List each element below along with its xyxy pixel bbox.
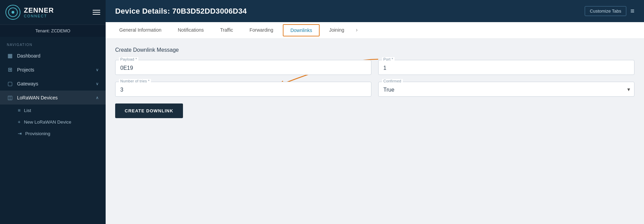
- sidebar-item-new-lorawan[interactable]: + New LoRaWAN Device: [0, 116, 106, 128]
- port-input[interactable]: [383, 64, 629, 71]
- hamburger-icon[interactable]: [93, 10, 100, 15]
- sidebar-item-label: LoRaWAN Devices: [17, 95, 58, 100]
- payload-field-wrapper: Payload *: [115, 60, 371, 75]
- tab-joining[interactable]: Joining: [321, 22, 352, 38]
- section-title: Create Downlink Message: [115, 47, 634, 53]
- sidebar-sub-label: New LoRaWAN Device: [24, 119, 71, 125]
- tries-field-wrapper: Number of tries *: [115, 82, 371, 97]
- page-title: Device Details: 70B3D52DD3006D34: [115, 7, 247, 16]
- projects-icon: ⊞: [7, 66, 13, 73]
- logo: [5, 5, 20, 20]
- tab-general[interactable]: General Information: [111, 22, 170, 38]
- customize-tabs-button[interactable]: Customize Tabs: [585, 6, 626, 16]
- tab-forwarding[interactable]: Forwarding: [241, 22, 281, 38]
- port-field-wrapper: Port *: [378, 60, 634, 75]
- logo-text: ZENNER CONNECT: [24, 6, 54, 18]
- chevron-down-icon: ∨: [96, 67, 99, 72]
- sidebar-header: ZENNER CONNECT: [0, 0, 106, 25]
- port-label: Port *: [382, 57, 395, 61]
- tries-label: Number of tries *: [119, 79, 151, 83]
- payload-label: Payload *: [119, 57, 138, 61]
- gateways-icon: ▢: [7, 80, 13, 87]
- sidebar-item-dashboard[interactable]: ▦ Dashboard: [0, 49, 106, 63]
- create-downlink-button[interactable]: CREATE DOWNLINK: [115, 103, 183, 118]
- sidebar-sub-label: Provisioning: [25, 131, 50, 136]
- list-icon: ≡: [18, 108, 20, 113]
- chevron-up-icon: ∧: [96, 95, 99, 100]
- plus-icon: +: [18, 119, 20, 125]
- tabs-more-icon[interactable]: ›: [352, 22, 361, 38]
- confirmed-label: Confirmed: [382, 79, 403, 83]
- content-area: Create Downlink Message Payload * Port *…: [106, 39, 644, 224]
- sidebar-sub-label: List: [24, 108, 31, 113]
- chevron-down-icon: ∨: [96, 81, 99, 86]
- form-grid: Payload * Port * Number of tries * Confi…: [115, 60, 634, 97]
- sidebar-item-provisioning[interactable]: ⇥ Provisioning: [0, 128, 106, 139]
- sidebar-item-gateways[interactable]: ▢ Gateways ∨: [0, 77, 106, 91]
- tabs-bar: General Information Notifications Traffi…: [106, 22, 644, 39]
- provisioning-icon: ⇥: [18, 131, 22, 136]
- sidebar-item-projects[interactable]: ⊞ Projects ∨: [0, 63, 106, 77]
- confirmed-select[interactable]: True False: [383, 86, 629, 93]
- sidebar-item-list[interactable]: ≡ List: [0, 105, 106, 116]
- sidebar: ZENNER CONNECT Tenant: ZCDEMO NAVIGATION…: [0, 0, 106, 224]
- lorawan-icon: ◫: [7, 94, 13, 101]
- header-actions: Customize Tabs ≡: [585, 6, 634, 16]
- dashboard-icon: ▦: [7, 52, 13, 59]
- tenant-label: Tenant: ZCDEMO: [0, 25, 106, 37]
- sidebar-item-label: Gateways: [17, 81, 38, 86]
- tab-traffic[interactable]: Traffic: [212, 22, 241, 38]
- sidebar-item-label: Projects: [17, 67, 34, 73]
- confirmed-field-wrapper: Confirmed True False ▾: [378, 82, 634, 97]
- tab-notifications[interactable]: Notifications: [170, 22, 212, 38]
- tries-input[interactable]: [120, 86, 366, 93]
- tab-downlinks[interactable]: Downlinks: [283, 24, 320, 36]
- page-header: Device Details: 70B3D52DD3006D34 Customi…: [106, 0, 644, 22]
- main-content: Device Details: 70B3D52DD3006D34 Customi…: [106, 0, 644, 224]
- sidebar-item-lorawan-devices[interactable]: ◫ LoRaWAN Devices ∧: [0, 91, 106, 105]
- sidebar-item-label: Dashboard: [17, 53, 41, 59]
- nav-section-label: NAVIGATION: [0, 37, 106, 49]
- payload-input[interactable]: [120, 64, 366, 71]
- header-menu-icon[interactable]: ≡: [630, 7, 634, 15]
